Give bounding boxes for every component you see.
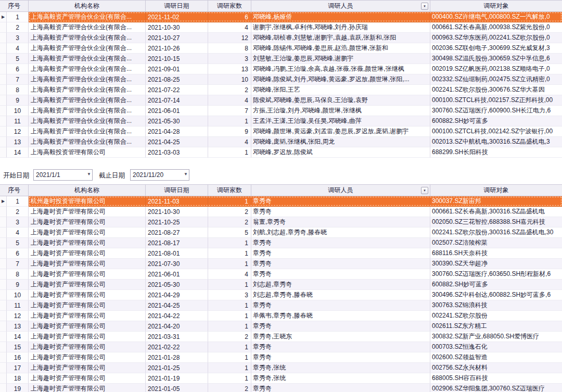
row-people[interactable]: 邓晓峰,颜世琳,黄远豪,刘孟雷,姜思辰,罗迟放,庞韬,谢鹏宇 (251, 127, 430, 137)
table-row[interactable]: 3上海高毅资产管理合伙企业(有限合...2021-10-2712邓晓峰,胡桢睿,… (0, 33, 562, 43)
row-count[interactable]: 1 (208, 196, 251, 207)
row-date[interactable]: 2021-06-01 (146, 269, 208, 280)
row-target[interactable]: 300037.SZ新宙邦 (430, 196, 562, 207)
row-target[interactable]: 688005.SH容百科技 (430, 373, 562, 384)
row-people[interactable]: 邓晓峰,杨娅侨 (251, 12, 430, 22)
row-people[interactable]: 章秀奇 (251, 207, 430, 217)
row-date[interactable]: 2021-04-28 (146, 127, 208, 137)
row-org[interactable]: 上海趣时资产管理有限公司 (29, 373, 146, 384)
row-org[interactable]: 上海趣时资产管理有限公司 (29, 238, 146, 248)
row-org[interactable]: 上海高毅资产管理合伙企业(有限合... (29, 127, 146, 137)
row-seq[interactable]: 3 (7, 33, 29, 43)
row-seq[interactable]: 4 (7, 43, 29, 54)
col-header-org[interactable]: 机构名称 (29, 1, 146, 11)
row-date[interactable]: 2021-10-25 (146, 217, 208, 227)
row-org[interactable]: 上海趣时资产管理有限公司 (29, 300, 146, 311)
row-target[interactable]: 000400.SZ许继电气,000800.SZ一汽解放,0 (430, 12, 562, 22)
row-date[interactable]: 2021-11-02 (146, 12, 208, 22)
row-seq[interactable]: 3 (7, 217, 29, 227)
row-target[interactable]: 300760.SZ迈瑞医疗,600900.SH长江电力,6 (430, 106, 562, 116)
col-header-count[interactable]: 调研家数 (208, 185, 251, 196)
row-date[interactable]: 2021-01-05 (146, 384, 208, 392)
row-count[interactable]: 1 (208, 259, 251, 269)
row-date[interactable]: 2021-05-30 (146, 280, 208, 290)
row-seq[interactable]: 5 (7, 54, 29, 64)
table-row[interactable]: 10上海趣时资产管理有限公司2021-04-293刘志超,章秀奇,滕春晓3004… (0, 290, 562, 300)
row-count[interactable]: 6 (208, 12, 251, 22)
row-seq[interactable]: 19 (7, 384, 29, 392)
col-header-people[interactable]: 调研人员 ▼ (251, 185, 430, 196)
row-count[interactable]: 2 (208, 217, 251, 227)
row-org[interactable]: 上海高毅资产管理合伙企业(有限合... (29, 137, 146, 147)
row-date[interactable]: 2021-01-28 (146, 352, 208, 363)
row-date[interactable]: 2021-04-25 (146, 137, 208, 147)
table-row[interactable]: 17上海趣时资产管理有限公司2021-01-251章秀奇,张统002756.SZ… (0, 363, 562, 373)
row-date[interactable]: 2021-07-30 (146, 259, 208, 269)
row-date[interactable]: 2021-01-25 (146, 363, 208, 373)
row-count[interactable]: 4 (208, 137, 251, 147)
row-date[interactable]: 2021-06-01 (146, 106, 208, 116)
row-count[interactable]: 2 (208, 384, 251, 392)
row-target[interactable]: 002507.SZ涪陵榨菜 (430, 238, 562, 248)
row-target[interactable]: 600882.SH妙可蓝多 (430, 116, 562, 127)
row-people[interactable]: 章秀奇 (251, 321, 430, 332)
row-org[interactable]: 上海高毅资产管理合伙企业(有限合... (29, 33, 146, 43)
row-count[interactable]: 1 (208, 300, 251, 311)
table-row[interactable]: 12上海高毅资产管理合伙企业(有限合...2021-04-289邓晓峰,颜世琳,… (0, 127, 562, 137)
row-date[interactable]: 2021-07-22 (146, 85, 208, 95)
row-seq[interactable]: 12 (7, 127, 29, 137)
table-row[interactable]: 5上海高毅资产管理合伙企业(有限合...2021-10-153刘慧敏,王治璇,姜… (0, 54, 562, 64)
row-people[interactable]: 邓晓峰,庞韬,张继枫,张阳,周龙 (251, 137, 430, 147)
row-seq[interactable]: 11 (7, 300, 29, 311)
row-target[interactable]: 300498.SZ温氏股份,300659.SZ中孚信息,6 (430, 54, 562, 64)
col-header-people[interactable]: 调研人员 ▼ (251, 1, 430, 11)
row-seq[interactable]: 2 (7, 22, 29, 33)
row-people[interactable]: 邓晓峰,张阳,王艺 (251, 85, 430, 95)
col-header-seq[interactable]: 序号 (0, 185, 29, 196)
table-row[interactable]: 3上海趣时资产管理有限公司2021-10-252翁亶,章秀奇002050.SZ三… (0, 217, 562, 227)
row-count[interactable]: 3 (208, 54, 251, 64)
row-people[interactable]: 章秀奇 (251, 269, 430, 280)
chevron-down-icon[interactable]: ▼ (87, 172, 91, 176)
row-date[interactable]: 2021-10-30 (146, 22, 208, 33)
row-date[interactable]: 2021-04-22 (146, 311, 208, 321)
row-target[interactable]: 688116.SH天奈科技 (430, 248, 562, 259)
row-people[interactable]: 章秀奇 (251, 248, 430, 259)
row-seq[interactable]: 11 (7, 116, 29, 127)
table-row[interactable]: 7上海高毅资产管理合伙企业(有限合...2021-08-2510邓晓峰,陈俊斌,… (0, 74, 562, 85)
table-row[interactable]: 6上海高毅资产管理合伙企业(有限合...2021-09-0113邓晓峰,冯鹏,王… (0, 64, 562, 74)
row-org[interactable]: 上海高毅资产管理合伙企业(有限合... (29, 95, 146, 106)
row-org[interactable]: 上海趣时资产管理有限公司 (29, 352, 146, 363)
row-date[interactable]: 2021-10-27 (146, 33, 208, 43)
table-row[interactable]: 12上海趣时资产管理有限公司2021-04-221单佩韦,章秀奇,滕春晓0022… (0, 311, 562, 321)
row-seq[interactable]: 1 (7, 196, 29, 207)
filter-dropdown-icon[interactable]: ▼ (421, 3, 428, 10)
row-people[interactable]: 章秀奇 (251, 342, 430, 352)
table-row[interactable]: 19上海趣时资产管理有限公司2021-01-052章秀奇002906.SZ华阳集… (0, 384, 562, 392)
row-org[interactable]: 上海趣时资产管理有限公司 (29, 311, 146, 321)
table-row[interactable]: ▶1上海高毅资产管理合伙企业(有限合...2021-11-026邓晓峰,杨娅侨0… (0, 12, 562, 22)
chevron-down-icon[interactable]: ▼ (184, 172, 188, 176)
row-count[interactable]: 13 (208, 64, 251, 74)
row-count[interactable]: 1 (208, 280, 251, 290)
table-row[interactable]: 8上海趣时资产管理有限公司2021-06-014章秀奇300760.SZ迈瑞医疗… (0, 269, 562, 280)
end-date-input[interactable]: 2021/11/20 ▼ (130, 169, 189, 181)
row-people[interactable]: 章秀奇 (251, 238, 430, 248)
row-target[interactable]: 000100.SZTCL科技,002142.SZ宁波银行,00 (430, 127, 562, 137)
row-people[interactable]: 单佩韦,章秀奇,滕春晓 (251, 311, 430, 321)
row-org[interactable]: 上海趣时资产管理有限公司 (29, 217, 146, 227)
row-date[interactable]: 2021-05-30 (146, 116, 208, 127)
row-people[interactable]: 陈俊斌,邓晓峰,姜思辰,马保良,王治璇,袁野 (251, 95, 430, 106)
row-people[interactable]: 章秀奇 (251, 300, 430, 311)
filter-dropdown-icon[interactable]: ▼ (421, 187, 428, 194)
row-target[interactable]: 002241.SZ歌尔股份,300316.SZ晶盛机电,30 (430, 227, 562, 238)
row-seq[interactable]: 10 (7, 290, 29, 300)
row-seq[interactable]: 7 (7, 259, 29, 269)
row-target[interactable]: 002036.SZ联创电子,300699.SZ光威复材,3 (430, 43, 562, 54)
row-count[interactable]: 1 (208, 116, 251, 127)
row-people[interactable]: 刘慧敏,王治璇,姜思辰,邓晓峰,谢鹏宇 (251, 54, 430, 64)
row-people[interactable]: 翁亶,章秀奇 (251, 217, 430, 227)
row-target[interactable]: 000661.SZ长春高新,300316.SZ晶盛机电 (430, 207, 562, 217)
row-date[interactable]: 2021-04-29 (146, 290, 208, 300)
row-target[interactable]: 300763.SZ锦浪科技 (430, 300, 562, 311)
